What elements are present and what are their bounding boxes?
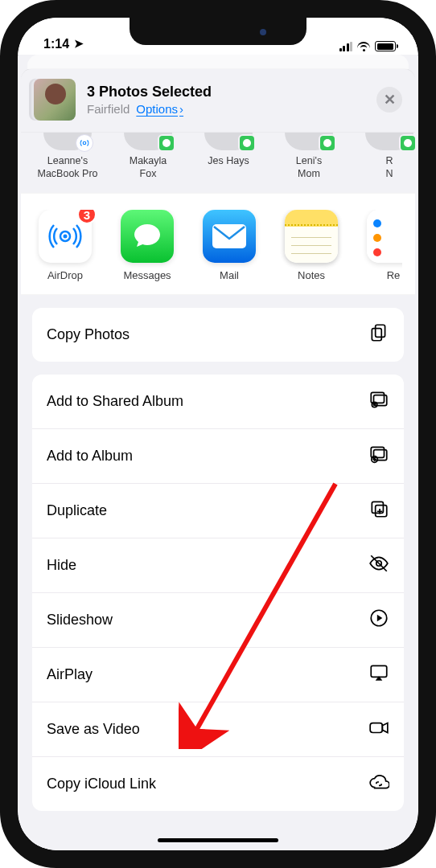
messages-badge-icon <box>158 134 175 152</box>
app-label: Messages <box>116 269 179 281</box>
app-label: Re <box>362 269 402 281</box>
contact-name-line2: MacBook Pro <box>34 168 101 181</box>
hide-icon <box>368 553 389 578</box>
svg-point-0 <box>83 141 86 145</box>
action-cloud-link[interactable]: Copy iCloud Link <box>32 756 404 811</box>
selected-photo-thumbnail[interactable] <box>34 79 76 121</box>
device-notch <box>130 18 306 45</box>
close-icon: ✕ <box>384 91 396 108</box>
contact-name-line1: Jes Hays <box>195 155 262 168</box>
action-label: Slideshow <box>47 612 113 628</box>
copy-icon <box>368 322 389 347</box>
action-label: Copy Photos <box>47 326 130 343</box>
share-app-reminders[interactable]: Re <box>362 210 402 281</box>
contact-name-line1: Leni's <box>275 155 343 168</box>
share-contact[interactable]: Leanne's MacBook Pro <box>34 133 101 180</box>
contact-avatar <box>204 133 253 150</box>
location-arrow-icon: ➤ <box>74 37 84 50</box>
action-label: Add to Album <box>47 448 133 465</box>
contact-name-line2: Fox <box>114 168 182 181</box>
svg-rect-5 <box>372 329 381 341</box>
reminders-icon <box>367 210 402 263</box>
close-button[interactable]: ✕ <box>376 87 402 113</box>
svg-point-9 <box>373 403 376 405</box>
wifi-icon <box>357 42 370 51</box>
apps-row: 3 AirDrop Messages Mail Notes Re <box>34 210 402 281</box>
airdrop-badge-icon <box>76 134 93 152</box>
app-label: Notes <box>280 269 343 281</box>
video-icon <box>368 717 389 742</box>
contact-name-line1: Makayla <box>114 155 182 168</box>
cloud-link-icon <box>368 772 389 796</box>
chevron-right-icon: › <box>179 102 183 116</box>
home-indicator[interactable] <box>158 838 278 842</box>
share-location: Fairfield <box>87 102 130 116</box>
action-group-1: Copy Photos <box>32 308 404 362</box>
contact-name-line1: Leanne's <box>34 155 101 168</box>
status-time: 1:14 <box>43 37 69 51</box>
svg-rect-19 <box>370 723 382 733</box>
messages-badge-icon <box>319 134 336 152</box>
actions-scroll[interactable]: Copy Photos Add to Shared Album Add to A… <box>21 295 415 850</box>
play-circle-icon <box>368 608 389 633</box>
app-label: Mail <box>198 269 261 281</box>
shared-album-icon <box>368 389 389 414</box>
mail-icon <box>203 210 256 263</box>
share-contact[interactable]: Jes Hays <box>195 133 262 180</box>
airplay-icon <box>368 662 389 687</box>
duplicate-icon <box>368 498 389 523</box>
svg-point-2 <box>64 235 68 239</box>
album-add-icon <box>368 444 389 469</box>
action-album-add[interactable]: Add to Album <box>32 428 404 483</box>
options-label: Options <box>136 102 178 116</box>
contact-name-line1: R <box>356 155 415 168</box>
contact-avatar <box>365 133 413 150</box>
messages-icon <box>121 210 174 263</box>
airdrop-icon: 3 <box>39 210 92 263</box>
share-contact[interactable]: Makayla Fox <box>114 133 182 180</box>
share-title: 3 Photos Selected <box>87 84 212 100</box>
contact-name-line2: Mom <box>275 168 343 181</box>
action-duplicate[interactable]: Duplicate <box>32 483 404 538</box>
battery-icon <box>375 41 396 51</box>
messages-badge-icon <box>399 134 415 152</box>
svg-rect-3 <box>212 224 246 248</box>
contact-avatar <box>285 133 333 150</box>
options-button[interactable]: Options › <box>136 102 183 116</box>
contact-name-line2: N <box>356 168 415 181</box>
svg-rect-4 <box>376 326 385 338</box>
action-label: Save as Video <box>47 721 140 738</box>
action-airplay[interactable]: AirPlay <box>32 647 404 702</box>
action-group-2: Add to Shared Album Add to Album Duplica… <box>32 375 404 811</box>
action-play-circle[interactable]: Slideshow <box>32 592 404 647</box>
contacts-row: Leanne's MacBook Pro Makayla Fox Jes Hay… <box>21 133 415 193</box>
share-app-airdrop[interactable]: 3 AirDrop <box>34 210 97 281</box>
action-video[interactable]: Save as Video <box>32 702 404 756</box>
cell-signal-icon <box>339 42 353 51</box>
action-copy[interactable]: Copy Photos <box>32 308 404 362</box>
messages-badge-icon <box>238 134 256 152</box>
action-label: Duplicate <box>47 502 107 519</box>
action-label: Hide <box>47 557 76 574</box>
action-label: Copy iCloud Link <box>47 776 156 792</box>
share-sheet-header: 3 Photos Selected Fairfield Options › ✕ <box>21 69 415 133</box>
action-label: AirPlay <box>47 666 93 683</box>
share-app-notes[interactable]: Notes <box>280 210 343 281</box>
action-label: Add to Shared Album <box>47 393 183 410</box>
svg-rect-18 <box>371 666 387 678</box>
share-app-messages[interactable]: Messages <box>116 210 179 281</box>
action-hide[interactable]: Hide <box>32 538 404 592</box>
share-app-mail[interactable]: Mail <box>198 210 261 281</box>
share-sheet: 3 Photos Selected Fairfield Options › ✕ … <box>21 69 415 850</box>
action-shared-album[interactable]: Add to Shared Album <box>32 375 404 428</box>
contact-avatar <box>124 133 172 150</box>
app-label: AirDrop <box>34 269 97 281</box>
background-card-peek <box>27 55 409 69</box>
share-contact[interactable]: Leni's Mom <box>275 133 343 180</box>
share-contact[interactable]: R N <box>356 133 415 180</box>
contact-avatar <box>43 133 92 150</box>
notes-icon <box>285 210 338 263</box>
